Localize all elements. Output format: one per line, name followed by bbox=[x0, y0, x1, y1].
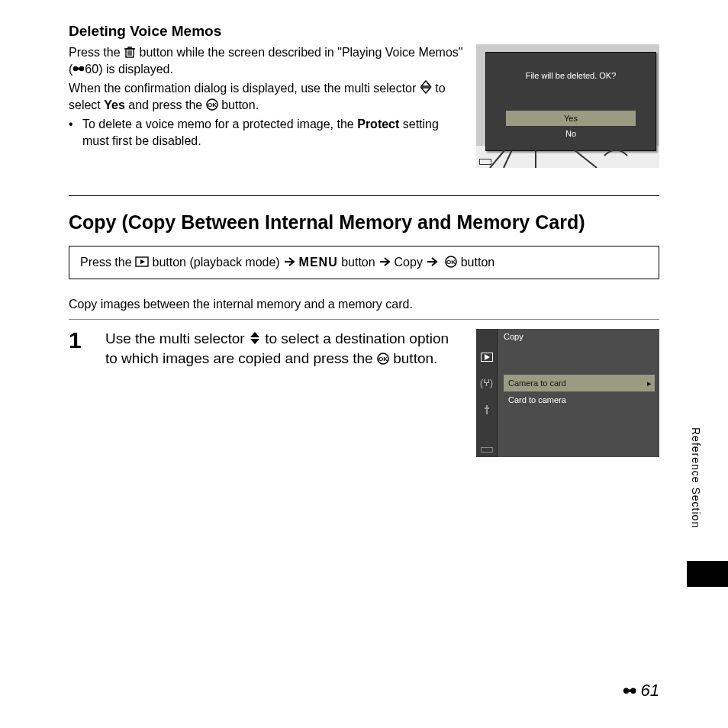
reference-section-icon bbox=[72, 63, 85, 75]
menu-item-camera-to-card[interactable]: Camera to card bbox=[504, 375, 655, 391]
text: button bbox=[341, 256, 378, 269]
trash-icon bbox=[124, 46, 136, 58]
dialog-option-no[interactable]: No bbox=[506, 126, 636, 141]
side-tab-marker bbox=[687, 561, 728, 587]
deleting-text-block: Press the button while the screen descri… bbox=[69, 44, 464, 168]
camera-screenshot-delete-dialog: File will be deleted. OK? Yes No bbox=[476, 44, 659, 168]
text-bold: Protect bbox=[357, 118, 399, 130]
arrow-right-icon bbox=[378, 256, 391, 268]
battery-icon bbox=[481, 447, 493, 453]
side-playback-icon[interactable] bbox=[481, 352, 493, 362]
menu-item-card-to-camera[interactable]: Card to camera bbox=[504, 391, 655, 408]
text: button (playback mode) bbox=[152, 256, 283, 269]
ok-icon bbox=[206, 98, 218, 111]
menu-title: Copy bbox=[504, 332, 523, 341]
text: Copy bbox=[395, 256, 427, 269]
bullet-icon: • bbox=[69, 116, 82, 149]
page-number: 61 bbox=[623, 681, 659, 701]
side-label-reference-section: Reference Section bbox=[690, 427, 702, 528]
text: button. bbox=[393, 350, 437, 366]
dialog-message: File will be deleted. OK? bbox=[486, 71, 656, 80]
text: Use the multi selector bbox=[105, 330, 249, 346]
text: and press the bbox=[125, 98, 206, 111]
text: button. bbox=[221, 98, 259, 111]
step-number-1: 1 bbox=[69, 329, 90, 352]
ok-icon bbox=[445, 256, 457, 268]
section-divider bbox=[69, 195, 659, 196]
text: When the confirmation dialog is displaye… bbox=[69, 82, 420, 95]
background-image-fragment bbox=[482, 148, 653, 168]
playback-icon bbox=[135, 256, 149, 268]
up-down-outline-icon bbox=[420, 80, 432, 94]
text: To delete a voice memo for a protected i… bbox=[82, 118, 357, 130]
step-text: Use the multi selector to select a desti… bbox=[105, 329, 461, 368]
ok-icon bbox=[377, 353, 389, 365]
thin-divider bbox=[69, 319, 659, 320]
copy-description: Copy images between the internal memory … bbox=[69, 298, 659, 311]
subheading-deleting: Deleting Voice Memos bbox=[69, 23, 659, 40]
side-wireless-icon[interactable]: (ⵖ) bbox=[480, 378, 493, 388]
arrow-right-icon bbox=[426, 256, 438, 268]
text-bold: Yes bbox=[104, 98, 125, 111]
battery-icon bbox=[479, 159, 491, 165]
arrow-right-icon bbox=[283, 256, 295, 268]
menu-label: MENU bbox=[299, 256, 338, 269]
dialog-option-yes[interactable]: Yes bbox=[506, 111, 636, 126]
text: button bbox=[461, 256, 494, 269]
text: 60) is displayed. bbox=[85, 63, 173, 76]
reference-section-icon bbox=[623, 684, 639, 697]
text: Press the bbox=[80, 256, 135, 269]
navigation-path-box: Press the button (playback mode) MENU bu… bbox=[69, 246, 659, 279]
text: Press the bbox=[69, 46, 124, 59]
heading-copy: Copy (Copy Between Internal Memory and M… bbox=[69, 211, 659, 234]
up-down-filled-icon bbox=[249, 331, 261, 345]
camera-screenshot-copy-menu: (ⵖ) Copy Camera to card Card to camera bbox=[476, 329, 659, 457]
side-setup-icon[interactable] bbox=[482, 404, 492, 417]
page-number-value: 61 bbox=[641, 681, 659, 701]
